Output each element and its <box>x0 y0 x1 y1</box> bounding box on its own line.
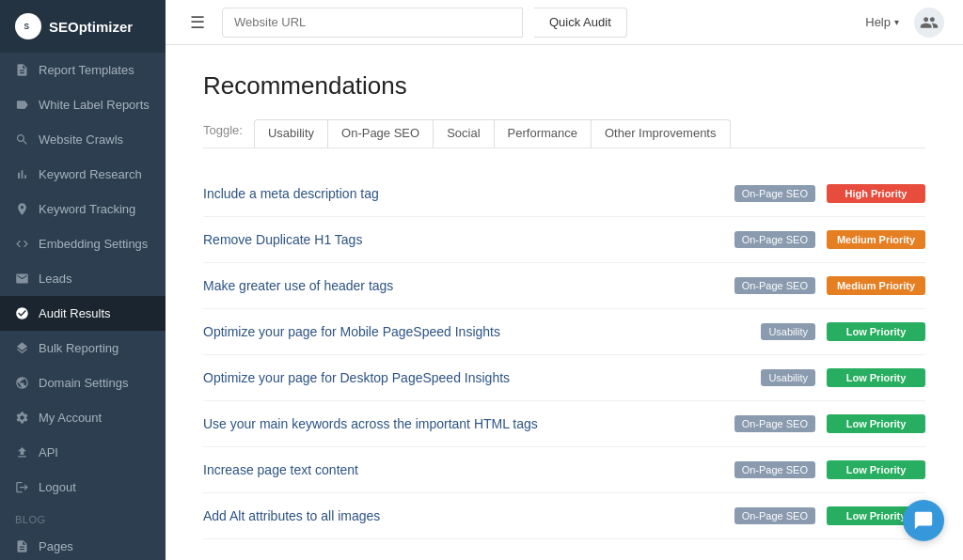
sidebar-item-report-templates[interactable]: Report Templates <box>0 53 166 87</box>
nav-label: Report Templates <box>39 63 134 77</box>
recommendation-item: Optimize your page for Mobile PageSpeed … <box>203 309 925 355</box>
chat-icon <box>913 510 934 531</box>
menu-button[interactable]: ☰ <box>184 8 211 37</box>
sidebar-item-website-crawls[interactable]: Website Crawls <box>0 122 166 157</box>
rec-tag-badge: On-Page SEO <box>734 277 815 294</box>
nav-label: My Account <box>39 411 102 425</box>
rec-title[interactable]: Add Alt attributes to all images <box>203 508 734 523</box>
recommendation-item: Remove Duplicate H1 TagsOn-Page SEOMediu… <box>203 217 925 263</box>
tab-usability[interactable]: Usability <box>254 119 328 148</box>
recommendation-item: Include a meta description tagOn-Page SE… <box>203 171 925 217</box>
tab-social[interactable]: Social <box>433 119 494 148</box>
rec-title[interactable]: Optimize your page for Desktop PageSpeed… <box>203 370 761 385</box>
nav-label: Logout <box>39 480 76 494</box>
nav-label: Keyword Research <box>39 167 142 181</box>
nav-label: Domain Settings <box>39 376 128 390</box>
gear-icon <box>15 411 29 425</box>
toggle-label: Toggle: <box>203 123 243 145</box>
sidebar-item-pages[interactable]: Pages <box>0 529 166 560</box>
sidebar-item-embedding-settings[interactable]: Embedding Settings <box>0 226 166 261</box>
pages-icon <box>15 539 29 553</box>
rec-tag-badge: On-Page SEO <box>734 461 815 478</box>
rec-tag-badge: Usability <box>761 369 815 386</box>
rec-priority-badge: Low Priority <box>827 414 925 433</box>
nav-label: API <box>39 445 58 459</box>
sidebar-item-my-account[interactable]: My Account <box>0 400 166 435</box>
nav-label: White Label Reports <box>39 98 150 112</box>
sidebar-item-audit-results[interactable]: Audit Results <box>0 296 166 331</box>
rec-tag-badge: On-Page SEO <box>734 507 815 524</box>
globe-icon <box>15 376 29 390</box>
rec-priority-badge: Low Priority <box>827 460 925 479</box>
sidebar-nav: Report Templates White Label Reports Web… <box>0 53 166 560</box>
url-input[interactable] <box>222 8 523 38</box>
rec-title[interactable]: Increase page text content <box>203 462 734 477</box>
recommendation-item: Optimize your page for Desktop PageSpeed… <box>203 355 925 401</box>
tab-on-page-seo[interactable]: On-Page SEO <box>327 119 434 148</box>
chat-widget[interactable] <box>903 500 944 541</box>
logout-icon <box>15 480 29 494</box>
toggle-row: Toggle: Usability On-Page SEO Social Per… <box>203 119 925 148</box>
content-inner: Recommendations Toggle: Usability On-Pag… <box>166 45 963 560</box>
topbar-right: Help ▾ <box>865 8 944 38</box>
chevron-down-icon: ▾ <box>894 17 899 27</box>
recommendation-item: Make greater use of header tagsOn-Page S… <box>203 263 925 309</box>
recommendations-list: Include a meta description tagOn-Page SE… <box>203 171 925 539</box>
logo[interactable]: S SEOptimizer <box>0 0 166 53</box>
rec-tag-badge: Usability <box>761 323 815 340</box>
rec-title[interactable]: Use your main keywords across the import… <box>203 416 734 431</box>
nav-label: Keyword Tracking <box>39 202 135 216</box>
rec-priority-badge: Medium Priority <box>827 276 925 295</box>
svg-text:S: S <box>24 23 30 31</box>
rec-title[interactable]: Optimize your page for Mobile PageSpeed … <box>203 324 761 339</box>
blog-section-label: Blog <box>0 505 166 529</box>
rec-priority-badge: Low Priority <box>827 322 925 341</box>
tab-performance[interactable]: Performance <box>494 119 592 148</box>
sidebar-item-white-label-reports[interactable]: White Label Reports <box>0 87 166 122</box>
code-icon <box>15 237 29 251</box>
recommendation-item: Use your main keywords across the import… <box>203 401 925 447</box>
nav-label: Audit Results <box>39 306 111 320</box>
rec-title[interactable]: Remove Duplicate H1 Tags <box>203 232 734 247</box>
sidebar-item-keyword-research[interactable]: Keyword Research <box>0 157 166 192</box>
content-area: Recommendations Toggle: Usability On-Pag… <box>166 45 963 560</box>
sidebar-item-logout[interactable]: Logout <box>0 470 166 505</box>
sidebar-item-api[interactable]: API <box>0 435 166 470</box>
rec-priority-badge: Medium Priority <box>827 230 925 249</box>
tab-other-improvements[interactable]: Other Improvements <box>591 119 731 148</box>
quick-audit-button[interactable]: Quick Audit <box>534 8 627 38</box>
recommendation-item: Increase page text contentOn-Page SEOLow… <box>203 447 925 493</box>
circle-check-icon <box>15 306 29 320</box>
page-title: Recommendations <box>203 71 925 101</box>
main-wrapper: ☰ Quick Audit Help ▾ Recommendations Tog… <box>166 0 963 560</box>
rec-priority-badge: Low Priority <box>827 368 925 387</box>
rec-tag-badge: On-Page SEO <box>734 415 815 432</box>
rec-tag-badge: On-Page SEO <box>734 231 815 248</box>
logo-icon: S <box>15 13 41 39</box>
pin-icon <box>15 202 29 216</box>
rec-title[interactable]: Include a meta description tag <box>203 186 734 201</box>
upload-icon <box>15 445 29 459</box>
help-button[interactable]: Help ▾ <box>865 15 899 29</box>
sidebar-item-bulk-reporting[interactable]: Bulk Reporting <box>0 331 166 366</box>
sidebar-item-keyword-tracking[interactable]: Keyword Tracking <box>0 192 166 226</box>
sidebar-item-leads[interactable]: Leads <box>0 261 166 296</box>
nav-label: Embedding Settings <box>39 237 148 251</box>
user-icon-button[interactable] <box>914 8 944 38</box>
sidebar: S SEOptimizer Report Templates White Lab… <box>0 0 166 560</box>
rec-priority-badge: High Priority <box>827 184 925 203</box>
search-icon <box>15 132 29 147</box>
nav-label: Pages <box>39 539 73 553</box>
user-icon <box>920 13 939 32</box>
chart-icon <box>15 167 29 181</box>
rec-title[interactable]: Make greater use of header tags <box>203 278 734 293</box>
nav-label: Leads <box>39 272 71 286</box>
nav-label: Website Crawls <box>39 132 123 147</box>
recommendation-item: Add Alt attributes to all imagesOn-Page … <box>203 493 925 539</box>
tag-icon <box>15 98 29 112</box>
file-icon <box>15 63 29 77</box>
brand-name: SEOptimizer <box>49 19 133 35</box>
rec-tag-badge: On-Page SEO <box>734 185 815 202</box>
sidebar-item-domain-settings[interactable]: Domain Settings <box>0 366 166 400</box>
topbar: ☰ Quick Audit Help ▾ <box>166 0 963 45</box>
